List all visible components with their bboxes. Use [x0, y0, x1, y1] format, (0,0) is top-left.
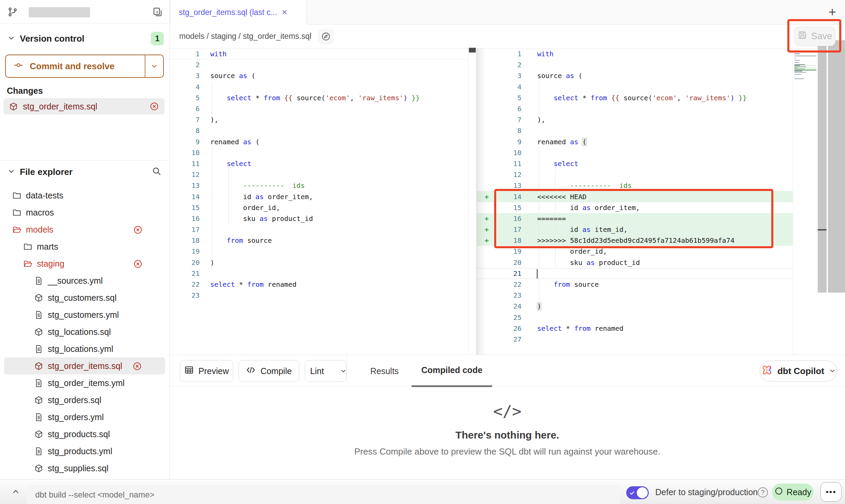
branch-name-redacted[interactable]: [29, 7, 90, 17]
version-control-header[interactable]: Version control 1: [0, 31, 169, 46]
code-line-21[interactable]: 21: [477, 268, 793, 279]
code-line-17[interactable]: 17: [170, 224, 468, 235]
code-line-3[interactable]: 3source as (: [477, 70, 793, 81]
new-tab-button[interactable]: +: [829, 5, 836, 18]
code-line-6[interactable]: 6: [477, 103, 793, 114]
code-line-1[interactable]: 1with: [477, 48, 793, 59]
code-line-24[interactable]: 24): [477, 301, 793, 312]
commit-dropdown-chevron[interactable]: [145, 62, 163, 70]
code-line-22[interactable]: 22select * from renamed: [170, 279, 468, 290]
close-icon[interactable]: ×: [282, 8, 287, 17]
code-line-11[interactable]: 11 select: [477, 158, 793, 169]
tree-item-stg_products.sql[interactable]: stg_products.sql: [0, 426, 169, 443]
tree-item-stg_locations.sql[interactable]: stg_locations.sql: [0, 323, 169, 340]
code-line-23[interactable]: 23: [477, 290, 793, 301]
code-line-11[interactable]: 11 select: [170, 158, 468, 169]
tree-item-stg_orders.sql[interactable]: stg_orders.sql: [0, 391, 169, 409]
code-line-2[interactable]: 2: [170, 59, 468, 70]
code-line-27[interactable]: 27: [477, 334, 793, 345]
code-line-8[interactable]: 8: [170, 125, 468, 136]
code-line-6[interactable]: 6: [170, 103, 468, 114]
lint-dropdown-chevron[interactable]: [340, 360, 347, 382]
dbt-copilot-button[interactable]: dbt Copilot: [760, 360, 837, 382]
tree-item-staging[interactable]: staging: [0, 255, 169, 272]
scrollbar-handle[interactable]: [818, 229, 827, 231]
tree-item-__sources.yml[interactable]: __sources.yml: [0, 272, 169, 289]
code-line-1[interactable]: 1with: [170, 48, 468, 59]
code-line-18[interactable]: +18>>>>>>> 58c1dd23d5eebd9cd2495fa7124ab…: [477, 235, 793, 246]
editor-current[interactable]: 1with23source as (45 select * from {{ so…: [477, 48, 793, 355]
deleted-marker-icon[interactable]: [132, 361, 142, 371]
tree-item-stg_locations.yml[interactable]: stg_locations.yml: [0, 340, 169, 357]
code-line-19[interactable]: 19: [170, 246, 468, 257]
status-badge[interactable]: Ready: [772, 484, 814, 501]
tree-item-marts[interactable]: marts: [0, 238, 169, 255]
tree-item-stg_order_items.sql[interactable]: stg_order_items.sql: [4, 357, 165, 374]
commit-and-resolve-button[interactable]: Commit and resolve: [5, 55, 164, 78]
deleted-marker-icon[interactable]: [133, 259, 143, 269]
tree-item-models[interactable]: models: [0, 221, 169, 238]
left-editor-scroll-thumb[interactable]: [469, 48, 476, 53]
lint-label[interactable]: Lint: [304, 360, 330, 382]
tree-item-stg_customers.yml[interactable]: stg_customers.yml: [0, 306, 169, 323]
tree-item-macros[interactable]: macros: [0, 204, 169, 221]
chevron-up-icon[interactable]: [11, 487, 20, 498]
code-line-14[interactable]: +14<<<<<<< HEAD: [477, 191, 793, 202]
overflow-menu-button[interactable]: •••: [820, 482, 842, 502]
search-icon[interactable]: [152, 166, 162, 178]
code-line-21[interactable]: 21: [170, 268, 468, 279]
code-line-18[interactable]: 18 from source: [170, 235, 468, 246]
code-line-13[interactable]: 13 ---------- ids: [170, 180, 468, 191]
code-line-17[interactable]: +17 id as item_id,: [477, 224, 793, 235]
tree-item-stg_order_items.yml[interactable]: stg_order_items.yml: [0, 374, 169, 391]
minimap-scrollbar[interactable]: [818, 40, 827, 293]
code-line-23[interactable]: 23: [170, 290, 468, 301]
code-line-16[interactable]: 16 sku as product_id: [170, 213, 468, 224]
code-line-16[interactable]: +16=======: [477, 213, 793, 224]
code-line-4[interactable]: 4: [170, 81, 468, 92]
code-line-15[interactable]: 15 id as order_item,: [477, 202, 793, 213]
code-line-3[interactable]: 3source as (: [170, 70, 468, 81]
command-input[interactable]: dbt build --select <model_name>: [26, 485, 620, 504]
file-explorer-header[interactable]: File explorer: [0, 164, 169, 179]
lint-button[interactable]: Lint: [305, 360, 346, 382]
code-line-20[interactable]: 20 sku as product_id: [477, 257, 793, 268]
code-line-9[interactable]: 9renamed as (: [477, 136, 793, 147]
discard-change-icon[interactable]: [149, 102, 159, 111]
code-line-12[interactable]: 12: [170, 169, 468, 180]
code-line-8[interactable]: 8: [477, 125, 793, 136]
tab-compiled-code[interactable]: Compiled code: [412, 355, 492, 387]
code-line-22[interactable]: 22 from source: [477, 279, 793, 290]
code-line-7[interactable]: 7),: [170, 114, 468, 125]
code-line-20[interactable]: 20): [170, 257, 468, 268]
changed-file-row[interactable]: stg_order_items.sql: [3, 98, 164, 115]
save-button[interactable]: Save: [794, 27, 835, 46]
editor-scrollbar[interactable]: [828, 40, 845, 293]
tree-item-stg_orders.yml[interactable]: stg_orders.yml: [0, 409, 169, 426]
code-line-13[interactable]: 13 ---------- ids: [477, 180, 793, 191]
copilot-compass-button[interactable]: [318, 29, 334, 44]
tree-item-stg_products.yml[interactable]: stg_products.yml: [0, 443, 169, 460]
copy-icon[interactable]: [152, 7, 162, 18]
preview-button[interactable]: Preview: [180, 360, 233, 382]
code-line-19[interactable]: 19 order_id,: [477, 246, 793, 257]
deleted-marker-icon[interactable]: [133, 225, 143, 235]
help-icon[interactable]: ?: [758, 487, 768, 498]
editor-minimap[interactable]: [794, 51, 817, 80]
tree-item-stg_supplies.sql[interactable]: stg_supplies.sql: [0, 460, 169, 477]
code-line-12[interactable]: 12: [477, 169, 793, 180]
code-line-4[interactable]: 4: [477, 81, 793, 92]
tree-item-stg_customers.sql[interactable]: stg_customers.sql: [0, 289, 169, 306]
code-line-10[interactable]: 10: [170, 147, 468, 158]
compile-button[interactable]: Compile: [239, 360, 299, 382]
tree-item-data-tests[interactable]: data-tests: [0, 187, 169, 204]
code-line-15[interactable]: 15 order_id,: [170, 202, 468, 213]
editor-last-commit[interactable]: 1with23source as (45 select * from {{ so…: [170, 48, 468, 355]
code-line-25[interactable]: 25: [477, 312, 793, 323]
code-line-14[interactable]: 14 id as order_item,: [170, 191, 468, 202]
defer-toggle[interactable]: [626, 486, 649, 499]
code-line-26[interactable]: 26select * from renamed: [477, 323, 793, 334]
tab-results[interactable]: Results: [361, 355, 408, 387]
code-line-7[interactable]: 7),: [477, 114, 793, 125]
code-line-2[interactable]: 2: [477, 59, 793, 70]
